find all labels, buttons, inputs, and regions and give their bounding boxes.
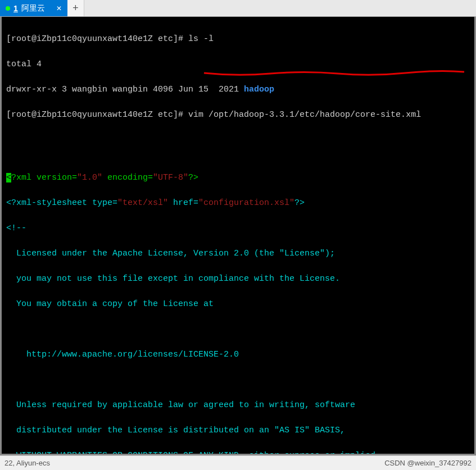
- blank-line: [6, 374, 470, 387]
- xml-pi: ?xml version=: [11, 173, 77, 182]
- blank-line: [6, 147, 470, 159]
- shell-command: ls -l: [188, 34, 214, 44]
- tab-active[interactable]: 1 阿里云 ✕: [0, 0, 67, 16]
- xml-comment-line: Unless required by applicable law or agr…: [6, 399, 470, 412]
- red-underline-annotation: [203, 70, 467, 77]
- xml-attr-value: "UTF-8": [153, 173, 188, 182]
- xml-attr-value: "text/xsl": [117, 198, 168, 208]
- xml-comment-line: Licensed under the Apache License, Versi…: [6, 248, 470, 261]
- tab-bar: 1 阿里云 ✕ +: [0, 0, 476, 17]
- xml-attr-value: "1.0": [77, 173, 102, 182]
- ls-entry-perms: drwxr-xr-x 3 wangbin wangbin 4096 Jun 15…: [6, 85, 244, 94]
- xml-attr: encoding=: [102, 173, 153, 182]
- xml-stylesheet: <?xml-stylesheet type=: [6, 198, 117, 208]
- xml-pi-end: ?>: [294, 198, 305, 208]
- status-bar: 22, Aliyun-ecs CSDN @weixin_37427992: [0, 455, 476, 470]
- blank-line: [6, 323, 470, 336]
- xml-comment-line: You may obtain a copy of the License at: [6, 298, 470, 311]
- xml-attr: href=: [168, 198, 198, 208]
- xml-attr-value: "configuration.xsl": [198, 198, 294, 208]
- xml-comment-line: http://www.apache.org/licenses/LICENSE-2…: [6, 349, 470, 362]
- terminal[interactable]: [root@iZbp11c0qyuunxawt140e1Z etc]# ls -…: [0, 17, 476, 455]
- watermark: CSDN @weixin_37427992: [384, 459, 472, 467]
- xml-comment-line: distributed under the License is distrib…: [6, 425, 470, 437]
- shell-command: vim /opt/hadoop-3.3.1/etc/hadoop/core-si…: [188, 110, 421, 120]
- new-tab-button[interactable]: +: [67, 0, 84, 16]
- ls-total: total 4: [6, 58, 470, 71]
- ls-entry-dir: hadoop: [244, 85, 274, 94]
- xml-comment-open: <!--: [6, 222, 470, 235]
- shell-prompt: [root@iZbp11c0qyuunxawt140e1Z etc]#: [6, 110, 188, 120]
- tab-index: 1: [13, 4, 18, 13]
- xml-comment-line: WITHOUT WARRANTIES OR CONDITIONS OF ANY …: [6, 450, 470, 455]
- cursor: <: [6, 173, 11, 182]
- xml-pi-end: ?>: [188, 173, 198, 182]
- close-icon[interactable]: ✕: [56, 4, 62, 12]
- xml-comment-line: you may not use this file except in comp…: [6, 273, 470, 286]
- connection-status-icon: [6, 6, 10, 11]
- status-left: 22, Aliyun-ecs: [4, 459, 50, 467]
- shell-prompt: [root@iZbp11c0qyuunxawt140e1Z etc]#: [6, 34, 188, 44]
- tab-title: 阿里云: [21, 3, 45, 13]
